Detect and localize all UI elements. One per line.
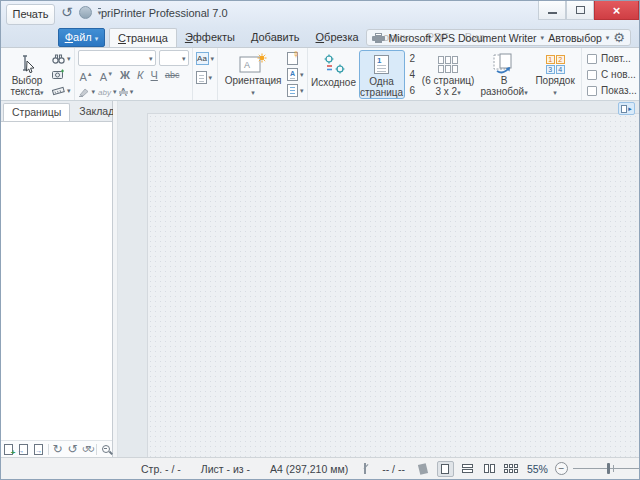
ribbon-group-text-select: Выбор текста▾ ▾ ▾ bbox=[1, 48, 75, 100]
text-highlight-pen-button[interactable]: aby ▾ bbox=[98, 85, 116, 100]
ribbon-group-options: Повт... С нов... Показ... bbox=[582, 48, 640, 100]
checkbox-icon bbox=[587, 54, 597, 64]
undo-icon[interactable]: ↺ bbox=[61, 5, 73, 19]
menu-tab-crop[interactable]: Обрезка bbox=[308, 28, 367, 47]
checkbox-show[interactable]: Показ... bbox=[587, 83, 637, 98]
measure-button[interactable]: ▾ bbox=[52, 83, 71, 98]
page-a-icon: A bbox=[287, 68, 298, 81]
find-button[interactable]: ▾ bbox=[52, 51, 71, 66]
font-name-combobox[interactable]: ▾ bbox=[78, 50, 156, 66]
shuffle-button[interactable]: Вразнобой▾ bbox=[478, 50, 530, 99]
text-page-button[interactable]: A ▾ bbox=[287, 67, 304, 82]
rotate-all-icon: ↺↻ bbox=[82, 444, 93, 454]
sidebar: Страницы Закладки + → → ↻ ↺ ↺↻ bbox=[1, 101, 113, 457]
print-button[interactable]: Печать bbox=[6, 4, 55, 25]
app-window: Печать ↺ ▾ priPrinter Professional 7.0 ×… bbox=[0, 0, 640, 480]
quick-access-tool-icon[interactable] bbox=[79, 6, 92, 19]
zoom-out-button[interactable]: − bbox=[555, 462, 568, 475]
page-order-icon: 1 2 3 4 bbox=[546, 53, 565, 75]
orientation-button[interactable]: A Ориентация▾ bbox=[221, 50, 285, 99]
view-continuous-button[interactable] bbox=[459, 461, 476, 477]
select-text-button[interactable]: Выбор текста▾ bbox=[4, 50, 50, 99]
ribbon-group-text-style: Aa ▾ ▾ bbox=[193, 48, 219, 100]
strikethrough-button[interactable]: abc bbox=[163, 68, 182, 82]
view-single-page-button[interactable] bbox=[437, 461, 454, 477]
text-tools-column: ▾ ▾ bbox=[52, 50, 71, 99]
grow-font-button[interactable]: A▲ bbox=[78, 67, 95, 84]
printer-name[interactable]: Microsoft XPS Document Writer bbox=[389, 32, 537, 44]
underline-button[interactable]: Ч bbox=[149, 68, 160, 82]
original-layout-button[interactable]: Исходное bbox=[311, 50, 357, 99]
ribbon-group-font: ▾ ▾ A▲ A▼ Ж К Ч abc ▾ ab bbox=[75, 48, 193, 100]
menu-tab-effects[interactable]: Эффекты bbox=[177, 28, 243, 47]
rotate-ccw-button[interactable]: ↺ bbox=[66, 442, 78, 457]
checkbox-icon bbox=[587, 86, 597, 96]
checkbox-repeat[interactable]: Повт... bbox=[587, 51, 637, 66]
bold-button[interactable]: Ж bbox=[118, 68, 132, 82]
preview-corner-button[interactable]: ▸ bbox=[618, 102, 635, 115]
window-title: priPrinter Professional 7.0 bbox=[101, 7, 228, 19]
order-button[interactable]: 1 2 3 4 Порядок▾ bbox=[532, 50, 578, 99]
zoom-tool-button[interactable] bbox=[100, 442, 112, 457]
orientation-icon: A bbox=[239, 53, 267, 75]
snapshot-button[interactable] bbox=[52, 67, 71, 82]
two-pages-button[interactable]: 2 bbox=[407, 51, 419, 66]
menu-tab-add[interactable]: Добавить bbox=[243, 28, 308, 47]
view-facing-button[interactable] bbox=[481, 461, 498, 477]
view-grid-button[interactable] bbox=[503, 461, 520, 477]
rotate-all-button[interactable]: ↺↻ bbox=[81, 442, 93, 457]
zoom-level[interactable]: 55% bbox=[525, 463, 550, 475]
minimize-button[interactable] bbox=[538, 1, 566, 20]
font-color-button[interactable]: A ▾ bbox=[119, 85, 133, 100]
text-style-button[interactable]: Aa ▾ bbox=[196, 51, 215, 66]
chevron-down-icon: ▾ bbox=[300, 71, 304, 79]
slider-handle[interactable] bbox=[607, 463, 610, 474]
page-count-column: 2 4 6 bbox=[407, 50, 419, 99]
sidebar-tab-pages[interactable]: Страницы bbox=[3, 103, 70, 121]
page-style-button[interactable]: ▾ bbox=[196, 70, 215, 85]
six-pages-button[interactable]: 6 bbox=[407, 83, 419, 98]
font-size-combobox[interactable]: ▾ bbox=[159, 50, 189, 66]
orientation-label: Ориентация▾ bbox=[225, 75, 282, 98]
printer-dropdown-icon[interactable]: ▾ bbox=[541, 34, 545, 42]
chevron-down-icon: ▾ bbox=[182, 55, 186, 63]
chevron-down-icon: ▾ bbox=[211, 55, 215, 63]
menu-tab-page[interactable]: Страница bbox=[109, 28, 177, 47]
six-pages-layout-label: (6 страниц)3 x 2▾ bbox=[422, 75, 475, 98]
svg-text:A: A bbox=[244, 60, 250, 70]
tray-selector[interactable]: Автовыбор bbox=[548, 32, 602, 44]
ribbon: Выбор текста▾ ▾ ▾ bbox=[1, 47, 639, 101]
highlighter-icon bbox=[78, 87, 90, 97]
grid-3x2-icon bbox=[438, 53, 458, 75]
tray-dropdown-icon[interactable]: ▾ bbox=[606, 34, 610, 42]
shrink-font-button[interactable]: A▼ bbox=[98, 67, 115, 84]
view-tilted-button[interactable] bbox=[415, 461, 432, 477]
zoom-slider[interactable] bbox=[573, 462, 640, 475]
rotate-cw-button[interactable]: ↻ bbox=[52, 442, 64, 457]
highlighter-button[interactable]: ▾ bbox=[78, 85, 96, 100]
add-page-button[interactable]: + bbox=[3, 442, 15, 457]
insert-page-before-button[interactable]: → bbox=[18, 442, 30, 457]
chevron-down-icon: ▾ bbox=[130, 88, 134, 96]
edit-page-button[interactable]: ✎ bbox=[287, 51, 304, 66]
preview-area[interactable]: ▸ bbox=[118, 101, 639, 457]
status-paper-size[interactable]: A4 (297,210 мм) bbox=[260, 463, 358, 475]
pages-panel[interactable] bbox=[1, 121, 112, 440]
page-pencil-icon: ✎ bbox=[287, 52, 298, 65]
lines-page-button[interactable]: ▾ bbox=[287, 83, 304, 98]
checkbox-from-new[interactable]: С нов... bbox=[587, 67, 637, 82]
checkbox-icon bbox=[587, 70, 597, 80]
printer-settings-gear-icon[interactable]: ⚙ bbox=[613, 31, 625, 44]
maximize-button[interactable] bbox=[566, 1, 594, 20]
four-pages-button[interactable]: 4 bbox=[407, 67, 419, 82]
page-preview[interactable] bbox=[147, 113, 639, 457]
one-page-button[interactable]: 1 Однастраница bbox=[359, 50, 405, 99]
paper-corner-icon[interactable] bbox=[364, 463, 366, 474]
checkbox-label: С нов... bbox=[601, 69, 636, 80]
close-button[interactable]: × bbox=[594, 1, 639, 20]
six-pages-layout-button[interactable]: (6 страниц)3 x 2▾ bbox=[420, 50, 476, 99]
file-menu-button[interactable]: Файл ▾ bbox=[58, 28, 105, 47]
italic-button[interactable]: К bbox=[135, 68, 145, 82]
insert-page-after-button[interactable]: → bbox=[33, 442, 45, 457]
rotate-ccw-icon: ↺ bbox=[67, 443, 77, 455]
